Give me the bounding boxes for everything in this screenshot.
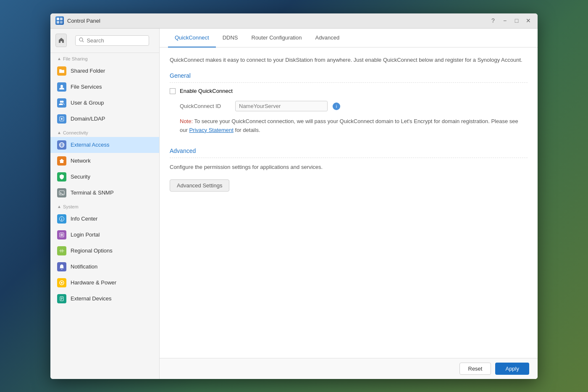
sidebar-item-user-group[interactable]: User & Group <box>50 95 159 111</box>
domain-ldap-icon <box>57 114 66 124</box>
sidebar-label: Shared Folder <box>71 68 105 74</box>
login-portal-icon <box>57 230 66 239</box>
sidebar-item-notification[interactable]: Notification <box>50 259 159 275</box>
svg-point-10 <box>61 118 63 120</box>
info-icon[interactable]: i <box>333 103 340 110</box>
enable-row: Enable QuickConnect <box>170 88 528 94</box>
terminal-icon <box>57 188 66 197</box>
app-icon <box>55 16 64 25</box>
sidebar-label: External Devices <box>71 295 112 302</box>
chevron-icon: ▲ <box>57 56 61 61</box>
window-controls: ? − □ ✕ <box>489 16 533 25</box>
description: QuickConnect makes it easy to connect to… <box>170 56 528 64</box>
tab-router-configuration[interactable]: Router Configuration <box>245 29 309 47</box>
sidebar-item-external-access[interactable]: External Access <box>50 137 159 153</box>
sidebar-label: Terminal & SNMP <box>71 189 114 196</box>
sidebar-label: File Services <box>71 84 102 90</box>
file-services-icon <box>57 82 66 92</box>
sidebar-top-row <box>50 29 159 53</box>
external-devices-icon <box>57 294 66 303</box>
search-icon <box>79 37 84 44</box>
close-button[interactable]: ✕ <box>524 16 533 25</box>
advanced-section: Advanced Configure the permission settin… <box>170 147 528 192</box>
section-connectivity: ▲ Connectivity <box>50 127 159 137</box>
general-title: General <box>170 72 528 83</box>
chevron-icon: ▲ <box>57 130 61 135</box>
note-text: Note: To secure your QuickConnect connec… <box>180 117 524 135</box>
sidebar-item-file-services[interactable]: File Services <box>50 79 159 95</box>
svg-point-6 <box>60 85 63 87</box>
window-title: Control Panel <box>67 18 489 24</box>
sidebar-label: Login Portal <box>71 232 100 238</box>
svg-line-5 <box>82 41 84 42</box>
advanced-title: Advanced <box>170 147 528 158</box>
general-section: General Enable QuickConnect QuickConnect… <box>170 72 528 135</box>
sidebar-item-regional-options[interactable]: Regional Options <box>50 243 159 259</box>
sidebar-item-domain-ldap[interactable]: Domain/LDAP <box>50 111 159 127</box>
sidebar-label: Regional Options <box>71 247 113 254</box>
sidebar-item-info-center[interactable]: i Info Center <box>50 211 159 227</box>
home-button[interactable] <box>55 34 67 47</box>
enable-quickconnect-checkbox[interactable] <box>170 88 176 94</box>
privacy-statement-link[interactable]: Privacy Statement <box>189 127 234 133</box>
hardware-power-icon <box>57 278 66 287</box>
sidebar-item-external-devices[interactable]: External Devices <box>50 291 159 307</box>
quickconnect-id-input[interactable] <box>235 101 328 111</box>
enable-label: Enable QuickConnect <box>180 88 233 94</box>
svg-point-24 <box>61 282 63 284</box>
svg-rect-2 <box>57 21 59 24</box>
notification-icon <box>57 262 66 271</box>
advanced-settings-button[interactable]: Advanced Settings <box>170 179 229 192</box>
network-icon <box>57 156 66 166</box>
advanced-description: Configure the permission settings for ap… <box>170 163 528 171</box>
minimize-button[interactable]: − <box>501 16 509 25</box>
titlebar: Control Panel ? − □ ✕ <box>50 13 538 29</box>
sidebar-label: Security <box>71 174 90 180</box>
bottom-bar: Reset Apply <box>160 358 538 379</box>
svg-point-4 <box>79 38 83 41</box>
search-input[interactable] <box>87 37 145 44</box>
sidebar-label: User & Group <box>71 100 104 106</box>
svg-rect-18 <box>60 234 63 236</box>
panel-content: QuickConnect makes it easy to connect to… <box>160 47 538 358</box>
svg-rect-3 <box>60 21 63 24</box>
tab-advanced[interactable]: Advanced <box>308 29 346 47</box>
sidebar-label: Info Center <box>71 216 97 222</box>
svg-rect-1 <box>60 18 63 20</box>
content-area: ▲ File Sharing Shared Folder <box>50 29 538 379</box>
user-group-icon <box>57 98 66 108</box>
apply-button[interactable]: Apply <box>495 363 529 375</box>
note-label: Note: <box>180 118 193 124</box>
section-system: ▲ System <box>50 201 159 211</box>
regional-options-icon <box>57 246 66 255</box>
sidebar-label: Domain/LDAP <box>71 116 105 122</box>
tabs-bar: QuickConnect DDNS Router Configuration A… <box>160 29 538 47</box>
search-box[interactable] <box>75 35 149 46</box>
sidebar-label: External Access <box>71 142 110 148</box>
sidebar-item-terminal-snmp[interactable]: Terminal & SNMP <box>50 185 159 201</box>
section-file-sharing: ▲ File Sharing <box>50 53 159 63</box>
sidebar-item-network[interactable]: Network <box>50 153 159 169</box>
section-label: Connectivity <box>63 130 88 135</box>
note-suffix: for details. <box>235 127 260 133</box>
tab-quickconnect[interactable]: QuickConnect <box>168 29 216 47</box>
sidebar: ▲ File Sharing Shared Folder <box>50 29 160 379</box>
tab-ddns[interactable]: DDNS <box>216 29 245 47</box>
sidebar-item-hardware-power[interactable]: Hardware & Power <box>50 275 159 291</box>
quickconnect-id-label: QuickConnect ID <box>180 103 230 109</box>
security-icon <box>57 172 66 182</box>
reset-button[interactable]: Reset <box>459 363 491 375</box>
maximize-button[interactable]: □ <box>512 16 521 25</box>
control-panel-window: Control Panel ? − □ ✕ <box>50 13 538 379</box>
sidebar-item-shared-folder[interactable]: Shared Folder <box>50 63 159 79</box>
quickconnect-id-row: QuickConnect ID i <box>180 101 528 111</box>
external-access-icon <box>57 140 66 150</box>
help-button[interactable]: ? <box>489 16 497 25</box>
sidebar-item-login-portal[interactable]: Login Portal <box>50 227 159 243</box>
sidebar-label: Notification <box>71 263 97 270</box>
chevron-icon: ▲ <box>57 204 61 209</box>
section-label: File Sharing <box>63 56 88 61</box>
sidebar-item-security[interactable]: Security <box>50 169 159 185</box>
section-label: System <box>63 204 79 209</box>
main-panel: QuickConnect DDNS Router Configuration A… <box>160 29 538 379</box>
